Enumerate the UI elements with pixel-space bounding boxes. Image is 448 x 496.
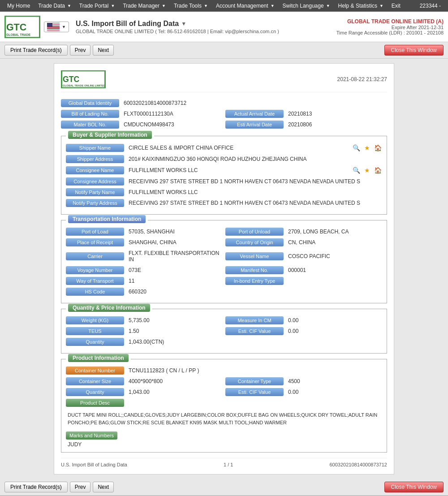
in-bond-entry-label: In-bond Entry Type [225, 277, 284, 285]
teus-label: TEUS [66, 327, 124, 335]
nav-my-home[interactable]: My Home [4, 1, 34, 11]
close-button-top[interactable]: Close This Window [384, 45, 444, 56]
bol-value: FLXT00001112130A [122, 110, 223, 118]
port-load-half: Port of Load 57035, SHANGHAI [66, 228, 223, 236]
manifest-no-value: 000001 [286, 266, 382, 274]
notify-party-address-label: Notify Party Address [66, 199, 124, 207]
voyage-number-value: 073E [127, 266, 223, 274]
home-icon[interactable]: 🏠 [373, 143, 382, 152]
page-subtitle: GLOBAL TRADE ONLINE LIMITED ( Tel: 86-51… [76, 29, 336, 34]
trade-manager-arrow: ▼ [162, 4, 166, 8]
product-desc-header-row: Product Desc [66, 399, 382, 407]
star-icon[interactable]: ★ [362, 143, 371, 152]
container-type-value: 4500 [286, 377, 382, 385]
country-origin-half: Country of Origin CN, CHINA [225, 238, 382, 246]
product-desc-value: DUCT TAPE MINI ROLL;;CANDLE;GLOVES;JUDY … [66, 410, 382, 428]
nav-trade-manager[interactable]: Trade Manager▼ [119, 1, 169, 11]
nav-trade-data[interactable]: Trade Data▼ [34, 1, 75, 11]
voyage-number-label: Voyage Number [66, 266, 124, 274]
prev-button-bottom[interactable]: Prev [70, 482, 91, 492]
header-bar: GTC GLOBAL TRADE ▼ U.S. Import Bill of L… [0, 12, 448, 42]
product-esti-cif-half: Esti. CIF Value 0.00 [225, 388, 382, 396]
next-button-top[interactable]: Next [93, 45, 114, 56]
ports-row: Port of Load 57035, SHANGHAI Port of Unl… [66, 228, 382, 236]
esti-cif-label: Esti. CIF Value [225, 327, 284, 335]
us-flag-icon [47, 23, 60, 31]
transportation-title: Transportation Information [66, 216, 148, 222]
marks-label-row: Marks and Numbers [66, 431, 382, 440]
country-of-origin-label: Country of Origin [225, 238, 284, 246]
company-info: GLOBAL TRADE ONLINE LIMITED (A) Expire A… [336, 18, 444, 35]
page-title: U.S. Import Bill of Lading Data ▼ [76, 20, 336, 28]
quantity-label: Quantity [66, 338, 124, 346]
voyage-manifest-row: Voyage Number 073E Manifest No. 000001 [66, 266, 382, 274]
actual-arrival-half: Actual Arrival Date 20210813 [225, 110, 387, 118]
global-data-identity-value: 600320210814000873712 [122, 99, 387, 107]
switch-lang-arrow: ▼ [326, 4, 330, 8]
hs-code-label: HS Code [66, 288, 124, 296]
next-button-bottom[interactable]: Next [93, 482, 114, 492]
nav-exit[interactable]: Exit [388, 1, 404, 11]
weight-kg-label: Weight (KG) [66, 316, 124, 324]
trade-tools-arrow: ▼ [204, 4, 208, 8]
trade-portal-arrow: ▼ [111, 4, 115, 8]
shipper-name-value: CIRCLE SALES & IMPORT CHINA OFFICE [127, 144, 349, 152]
carrier-half: Carrier FLXT. FLEXIBLE TRANSPORTATION IN [66, 249, 223, 263]
carrier-value: FLXT. FLEXIBLE TRANSPORTATION IN [127, 249, 223, 263]
svg-text:GLOBAL TRADE ONLINE LIMITED: GLOBAL TRADE ONLINE LIMITED [63, 84, 105, 87]
teus-half: TEUS 1.50 [66, 327, 223, 335]
way-transport-half: Way of Transport 11 [66, 277, 223, 285]
nav-switch-language[interactable]: Switch Language▼ [279, 1, 334, 11]
notify-party-name-row: Notify Party Name FULFILLMENT WORKS LLC [66, 188, 382, 196]
document-card: GTC GLOBAL TRADE ONLINE LIMITED 2021-08-… [54, 63, 394, 474]
container-number-value: TCNU1112823 ( CN / L / PP ) [127, 367, 382, 375]
prev-button-top[interactable]: Prev [70, 45, 91, 56]
carrier-vessel-row: Carrier FLXT. FLEXIBLE TRANSPORTATION IN… [66, 249, 382, 263]
doc-footer-left: U.S. Import Bill of Lading Data [61, 462, 127, 467]
consignee-home-icon[interactable]: 🏠 [373, 166, 382, 175]
print-button-top[interactable]: Print Trade Record(s) [4, 45, 68, 56]
nav-trade-portal[interactable]: Trade Portal▼ [76, 1, 119, 11]
place-of-receipt-label: Place of Receipt [66, 238, 124, 246]
quantity-value: 1,043.00(CTN) [127, 338, 382, 346]
esti-cif-half: Esti. CIF Value 0.00 [225, 327, 382, 335]
way-of-transport-label: Way of Transport [66, 277, 124, 285]
consignee-address-label: Consignee Address [66, 177, 124, 185]
product-esti-cif-value: 0.00 [286, 388, 382, 396]
notify-party-address-value: RECEIVING 297 STATE STREET BD 1 NORTH HA… [127, 199, 382, 207]
transportation-badge: Transportation Information [68, 215, 146, 223]
search-icon[interactable]: 🔍 [352, 143, 361, 152]
nav-trade-tools[interactable]: Trade Tools▼ [170, 1, 211, 11]
product-badge: Product Information [68, 354, 129, 362]
bol-arrival-row: Bill of Lading No. FLXT00001112130A Actu… [61, 110, 387, 118]
manifest-half: Manifest No. 000001 [225, 266, 382, 274]
port-of-load-value: 57035, SHANGHAI [127, 228, 223, 236]
print-button-bottom[interactable]: Print Trade Record(s) [4, 482, 68, 492]
notify-party-name-label: Notify Party Name [66, 188, 124, 196]
quantity-price-badge: Quantity & Price Information [68, 304, 150, 312]
container-size-half: Container Size 4000*900*800 [66, 377, 223, 385]
consignee-star-icon[interactable]: ★ [362, 166, 371, 175]
nav-account-management[interactable]: Account Management▼ [212, 1, 278, 11]
shipper-address-row: Shipper Address 201# KAIXINMINGZUO 360 H… [66, 155, 382, 163]
bottom-action-bar: Print Trade Record(s) Prev Next Close Th… [0, 479, 448, 496]
account-mgmt-arrow: ▼ [271, 4, 275, 8]
port-unload-half: Port of Unload 2709, LONG BEACH, CA [225, 228, 382, 236]
quantity-row: Quantity 1,043.00(CTN) [66, 338, 382, 346]
flag-selector[interactable]: ▼ [44, 22, 69, 32]
receipt-origin-row: Place of Receipt SHANGHAI, CHINA Country… [66, 238, 382, 246]
svg-text:GTC: GTC [63, 75, 79, 84]
top-nav: My Home Trade Data▼ Trade Portal▼ Trade … [0, 0, 448, 12]
consignee-search-icon[interactable]: 🔍 [352, 166, 361, 175]
close-button-bottom[interactable]: Close This Window [384, 482, 444, 492]
company-logo: GTC GLOBAL TRADE [4, 16, 40, 38]
measure-in-cm-value: 0.00 [286, 316, 382, 324]
teus-value: 1.50 [127, 327, 223, 335]
product-quantity-value: 1,043.00 [127, 388, 223, 396]
nav-help-statistics[interactable]: Help & Statistics▼ [335, 1, 387, 11]
esti-cif-value: 0.00 [286, 327, 382, 335]
container-size-type-row: Container Size 4000*900*800 Container Ty… [66, 377, 382, 385]
consignee-address-value: RECEIVING 297 STATE STREET BD 1 NORTH HA… [127, 177, 382, 185]
doc-datetime: 2021-08-22 21:32:27 [337, 76, 387, 82]
product-title: Product Information [66, 355, 131, 361]
